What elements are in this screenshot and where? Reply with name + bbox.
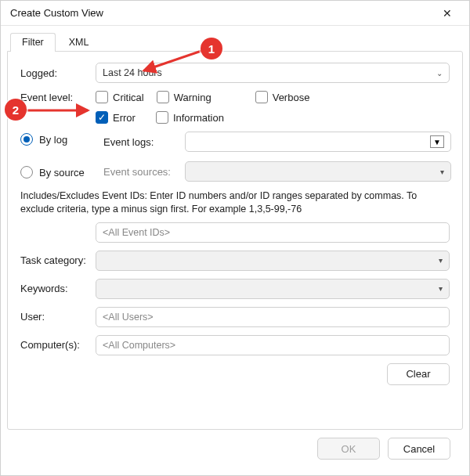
keywords-label: Keywords: bbox=[20, 283, 96, 294]
critical-checkbox[interactable] bbox=[96, 91, 108, 103]
verbose-label: Verbose bbox=[273, 92, 310, 103]
clear-button[interactable]: Clear bbox=[387, 363, 450, 385]
task-category-label: Task category: bbox=[20, 254, 96, 266]
titlebar: Create Custom View ✕ bbox=[1, 1, 469, 26]
keywords-row: Keywords: ▾ bbox=[20, 279, 450, 299]
event-sources-label: Event sources: bbox=[103, 166, 179, 178]
event-level-row-1: Event level: Critical Warning Verbose bbox=[20, 91, 450, 103]
task-category-row: Task category: ▾ bbox=[20, 251, 450, 271]
warning-checkbox[interactable] bbox=[157, 91, 169, 103]
by-log-radio[interactable] bbox=[20, 133, 33, 146]
event-level-label: Event level: bbox=[20, 92, 96, 103]
critical-label: Critical bbox=[113, 92, 144, 103]
logged-label: Logged: bbox=[20, 67, 96, 79]
logged-combo[interactable]: Last 24 hours ⌄ bbox=[96, 63, 450, 83]
computers-input[interactable]: <All Computers> bbox=[96, 335, 450, 355]
clear-row: Clear bbox=[20, 363, 450, 385]
computers-label: Computer(s): bbox=[20, 339, 96, 351]
by-log-label: By log bbox=[39, 134, 67, 146]
error-checkbox[interactable] bbox=[96, 111, 108, 124]
dialog-footer: OK Cancel bbox=[7, 430, 463, 469]
tab-filter[interactable]: Filter bbox=[10, 33, 56, 52]
event-sources-combo: ▾ bbox=[185, 161, 451, 182]
task-category-combo: ▾ bbox=[96, 251, 450, 271]
tab-xml[interactable]: XML bbox=[57, 33, 101, 52]
computers-row: Computer(s): <All Computers> bbox=[20, 335, 450, 355]
chevron-down-icon: ▼ bbox=[430, 135, 444, 148]
logged-row: Logged: Last 24 hours ⌄ bbox=[20, 63, 450, 83]
window-title: Create Custom View bbox=[10, 7, 432, 19]
chevron-down-icon: ⌄ bbox=[436, 69, 443, 78]
filter-panel: 1 2 Logged: bbox=[7, 51, 463, 430]
chevron-down-icon: ▾ bbox=[440, 168, 444, 176]
client-area: Filter XML 1 2 bbox=[1, 26, 469, 475]
warning-label: Warning bbox=[174, 92, 212, 103]
chevron-down-icon: ▾ bbox=[439, 256, 443, 265]
event-level-row-2: Error Information bbox=[20, 111, 450, 124]
by-source-label: By source bbox=[39, 167, 85, 178]
error-label: Error bbox=[113, 112, 136, 124]
id-description: Includes/Excludes Event IDs: Enter ID nu… bbox=[20, 189, 450, 216]
close-icon: ✕ bbox=[443, 7, 452, 20]
information-checkbox[interactable] bbox=[156, 111, 168, 124]
annotation-2-badge: 2 bbox=[5, 99, 27, 121]
information-label: Information bbox=[173, 112, 224, 124]
verbose-checkbox[interactable] bbox=[255, 91, 268, 103]
annotation-1-badge: 1 bbox=[201, 38, 222, 60]
tabs: Filter XML bbox=[7, 31, 463, 51]
user-row: User: <All Users> bbox=[20, 307, 450, 327]
chevron-down-icon: ▾ bbox=[439, 284, 443, 293]
event-ids-input[interactable]: <All Event IDs> bbox=[96, 222, 450, 243]
by-source-radio[interactable] bbox=[20, 166, 33, 178]
event-ids-row: <All Event IDs> bbox=[20, 222, 450, 243]
cancel-button[interactable]: Cancel bbox=[388, 438, 450, 460]
keywords-combo[interactable]: ▾ bbox=[96, 279, 450, 299]
user-label: User: bbox=[20, 311, 96, 323]
ok-button[interactable]: OK bbox=[317, 438, 380, 460]
logged-value: Last 24 hours bbox=[103, 67, 162, 78]
mode-split: By log By source Event logs: ▼ bbox=[20, 132, 450, 182]
user-input[interactable]: <All Users> bbox=[96, 307, 450, 327]
event-logs-label: Event logs: bbox=[103, 136, 179, 148]
event-logs-combo[interactable]: ▼ bbox=[185, 132, 451, 152]
create-custom-view-window: Create Custom View ✕ Filter XML 1 2 bbox=[0, 0, 470, 476]
close-button[interactable]: ✕ bbox=[432, 2, 463, 24]
